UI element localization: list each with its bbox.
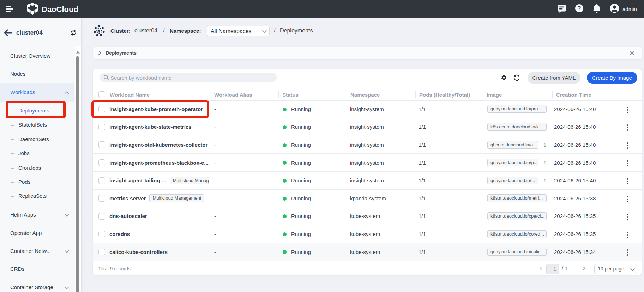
svg-text:?: ? <box>577 5 581 12</box>
